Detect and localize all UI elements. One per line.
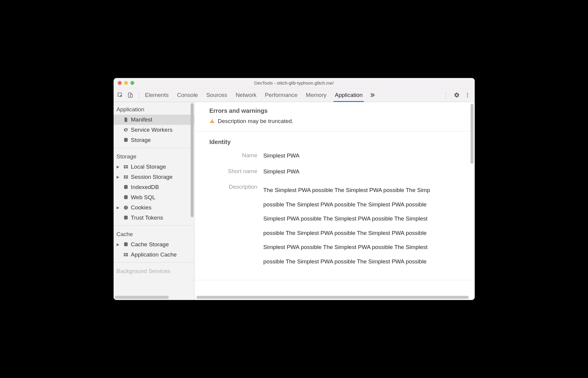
tab-memory[interactable]: Memory bbox=[306, 88, 327, 102]
errors-warnings-section: Errors and warnings Description may be t… bbox=[195, 107, 475, 130]
database-icon bbox=[123, 137, 129, 143]
sidebar-divider bbox=[114, 225, 194, 226]
devtools-window: DevTools - stitch-glib-typhoon.glitch.me… bbox=[114, 78, 475, 300]
sidebar-item-label: Session Storage bbox=[131, 174, 173, 180]
sidebar-item-indexeddb[interactable]: IndexedDB bbox=[114, 182, 194, 192]
file-icon bbox=[123, 117, 129, 122]
window-title: DevTools - stitch-glib-typhoon.glitch.me… bbox=[114, 80, 475, 86]
sidebar-horizontal-scrollbar[interactable] bbox=[115, 296, 169, 299]
traffic-zoom[interactable] bbox=[130, 81, 134, 85]
svg-rect-8 bbox=[126, 165, 128, 167]
identity-shortname-row: Short name Simplest PWA bbox=[209, 167, 469, 176]
svg-rect-2 bbox=[130, 94, 132, 97]
sidebar-item-cache-storage[interactable]: ▶ Cache Storage bbox=[114, 239, 194, 250]
identity-heading: Identity bbox=[209, 139, 469, 146]
sidebar-item-trust-tokens[interactable]: Trust Tokens bbox=[114, 213, 194, 223]
errors-warnings-heading: Errors and warnings bbox=[209, 107, 460, 114]
panel-body: Application Manifest Service Workers Sto… bbox=[114, 102, 475, 300]
settings-gear-icon[interactable] bbox=[454, 92, 460, 98]
database-icon bbox=[123, 215, 129, 220]
sidebar-item-manifest[interactable]: Manifest bbox=[114, 115, 194, 125]
kebab-menu-icon[interactable] bbox=[465, 92, 471, 98]
sidebar-item-local-storage[interactable]: ▶ Local Storage bbox=[114, 162, 194, 172]
svg-point-20 bbox=[125, 208, 125, 208]
sidebar-item-service-workers[interactable]: Service Workers bbox=[114, 125, 194, 135]
warning-row: Description may be truncated. bbox=[209, 118, 460, 124]
sidebar-item-application-cache[interactable]: Application Cache bbox=[114, 250, 194, 260]
tab-performance[interactable]: Performance bbox=[265, 88, 298, 102]
caret-icon[interactable]: ▶ bbox=[117, 165, 120, 169]
svg-rect-24 bbox=[124, 253, 126, 255]
identity-description-row: Description The Simplest PWA possible Th… bbox=[209, 183, 469, 268]
database-icon bbox=[123, 184, 129, 190]
svg-rect-28 bbox=[212, 120, 212, 122]
sidebar-section-application: Application bbox=[114, 103, 194, 115]
caret-icon[interactable]: ▶ bbox=[117, 242, 120, 247]
toolbar-divider bbox=[139, 92, 139, 99]
sidebar-item-session-storage[interactable]: ▶ Session Storage bbox=[114, 172, 194, 182]
gear-icon bbox=[123, 127, 129, 133]
svg-rect-26 bbox=[124, 255, 126, 256]
sidebar-section-cache: Cache bbox=[114, 228, 194, 239]
identity-section: Identity Name Simplest PWA Short name Si… bbox=[195, 131, 475, 279]
inspect-element-icon[interactable] bbox=[117, 92, 123, 98]
sidebar-item-label: Service Workers bbox=[131, 127, 173, 133]
sidebar-divider bbox=[114, 262, 194, 262]
caret-icon[interactable]: ▶ bbox=[117, 206, 120, 210]
traffic-lights bbox=[118, 81, 134, 85]
sidebar-scrollbar[interactable] bbox=[191, 103, 194, 217]
sidebar-item-label: Web SQL bbox=[131, 194, 156, 201]
manifest-panel: Errors and warnings Description may be t… bbox=[195, 102, 475, 300]
toolbar-divider-right bbox=[446, 92, 446, 99]
svg-rect-11 bbox=[124, 176, 126, 177]
tab-console[interactable]: Console bbox=[177, 88, 198, 102]
identity-description-value: The Simplest PWA possible The Simplest P… bbox=[263, 183, 469, 268]
svg-point-3 bbox=[467, 93, 468, 94]
svg-rect-10 bbox=[126, 167, 128, 169]
tab-network[interactable]: Network bbox=[236, 88, 257, 102]
tab-elements[interactable]: Elements bbox=[145, 88, 169, 102]
main-horizontal-scrollbar[interactable] bbox=[196, 296, 469, 299]
warning-triangle-icon bbox=[209, 118, 215, 124]
sidebar-item-label: Application Cache bbox=[131, 251, 177, 258]
sidebar-item-label: Trust Tokens bbox=[131, 214, 163, 221]
database-icon bbox=[123, 195, 129, 200]
svg-rect-12 bbox=[126, 176, 128, 177]
traffic-minimize[interactable] bbox=[124, 81, 128, 85]
identity-shortname-value: Simplest PWA bbox=[263, 167, 469, 176]
sidebar-item-web-sql[interactable]: Web SQL bbox=[114, 192, 194, 202]
svg-rect-7 bbox=[124, 165, 126, 167]
sidebar-item-label: Local Storage bbox=[131, 164, 166, 170]
cookie-icon bbox=[123, 205, 129, 210]
svg-rect-14 bbox=[126, 177, 128, 179]
sidebar-section-background-services: Background Services bbox=[114, 265, 194, 276]
identity-name-label: Name bbox=[209, 152, 263, 159]
more-tabs-icon[interactable] bbox=[369, 92, 375, 98]
svg-rect-25 bbox=[126, 253, 128, 255]
device-toolbar-icon[interactable] bbox=[127, 92, 133, 98]
sidebar-divider bbox=[114, 148, 194, 148]
svg-rect-29 bbox=[212, 122, 212, 123]
sidebar-item-cookies[interactable]: ▶ Cookies bbox=[114, 202, 194, 213]
caret-icon[interactable]: ▶ bbox=[117, 175, 120, 179]
section-divider bbox=[195, 280, 475, 280]
main-vertical-scrollbar[interactable] bbox=[471, 104, 474, 164]
svg-point-17 bbox=[124, 206, 128, 210]
identity-shortname-label: Short name bbox=[209, 167, 263, 175]
tab-application[interactable]: Application bbox=[335, 88, 363, 102]
tab-sources[interactable]: Sources bbox=[206, 88, 227, 102]
identity-name-value: Simplest PWA bbox=[263, 152, 469, 160]
identity-name-row: Name Simplest PWA bbox=[209, 152, 469, 160]
window-titlebar: DevTools - stitch-glib-typhoon.glitch.me… bbox=[114, 78, 475, 88]
svg-rect-13 bbox=[124, 177, 126, 179]
svg-point-18 bbox=[125, 207, 125, 207]
traffic-close[interactable] bbox=[118, 81, 122, 85]
database-icon bbox=[123, 242, 129, 247]
table-icon bbox=[123, 252, 129, 257]
sidebar-item-label: Cache Storage bbox=[131, 241, 169, 248]
sidebar-item-label: IndexedDB bbox=[131, 184, 159, 190]
table-icon bbox=[123, 174, 129, 180]
sidebar-item-storage[interactable]: Storage bbox=[114, 135, 194, 145]
panel-tabs: Elements Console Sources Network Perform… bbox=[145, 88, 363, 102]
svg-point-21 bbox=[126, 208, 127, 208]
